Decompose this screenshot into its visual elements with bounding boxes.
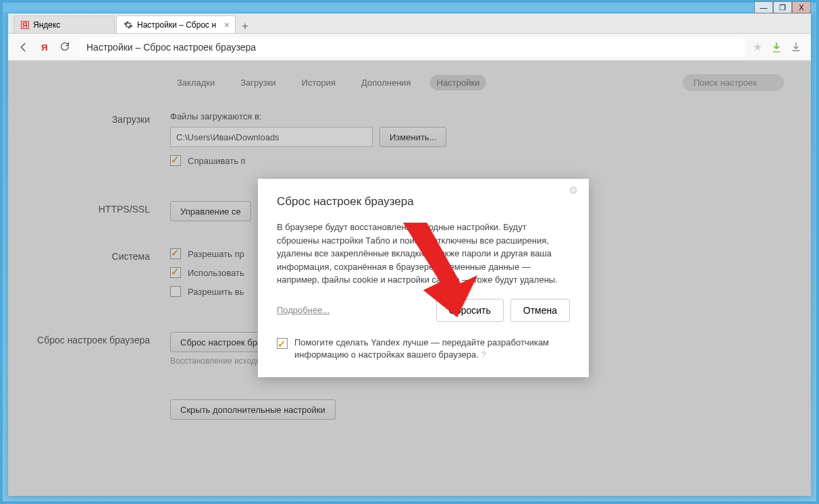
minimize-button[interactable]: —	[754, 1, 773, 13]
reset-confirm-modal: Сброс настроек браузера В браузере будут…	[258, 179, 589, 377]
help-yandex-label: Помогите сделать Yandex лучше — передайт…	[294, 337, 570, 361]
modal-cancel-button[interactable]: Отмена	[510, 299, 570, 322]
modal-more-link[interactable]: Подробнее...	[277, 305, 329, 315]
help-yandex-checkbox[interactable]	[277, 338, 288, 349]
modal-close-icon[interactable]	[569, 186, 581, 198]
svg-text:Я: Я	[41, 42, 48, 52]
gear-icon	[124, 20, 133, 30]
modal-reset-button[interactable]: Сбросить	[436, 299, 504, 322]
reload-button[interactable]	[59, 41, 72, 53]
window-close-button[interactable]: X	[792, 1, 811, 13]
downloads-icon[interactable]	[770, 41, 783, 53]
maximize-button[interactable]: ❐	[773, 1, 792, 13]
help-icon[interactable]: ?	[481, 349, 486, 360]
tab-strip: Я Яндекс Настройки – Сброс н × +	[8, 13, 811, 34]
modal-title: Сброс настроек браузера	[277, 195, 570, 208]
content-area: Закладки Загрузки История Дополнения Нас…	[8, 61, 811, 496]
tab-yandex[interactable]: Я Яндекс	[14, 16, 115, 33]
tab-label: Настройки – Сброс н	[137, 20, 216, 30]
yandex-favicon: Я	[21, 21, 29, 29]
download-arrow-icon[interactable]	[791, 41, 803, 53]
tab-label: Яндекс	[33, 20, 60, 30]
new-tab-button[interactable]: +	[237, 20, 253, 33]
tab-settings[interactable]: Настройки – Сброс н ×	[116, 16, 236, 33]
yandex-logo-icon[interactable]: Я	[39, 41, 51, 53]
address-bar: Я ★	[8, 34, 811, 61]
modal-body-text: В браузере будут восстановлены исходные …	[277, 221, 570, 287]
tab-close-icon[interactable]: ×	[224, 20, 230, 30]
titlebar: — ❐ X	[3, 3, 816, 12]
back-button[interactable]	[16, 40, 31, 55]
bookmark-star-icon[interactable]: ★	[753, 40, 762, 53]
address-input[interactable]	[80, 38, 745, 57]
